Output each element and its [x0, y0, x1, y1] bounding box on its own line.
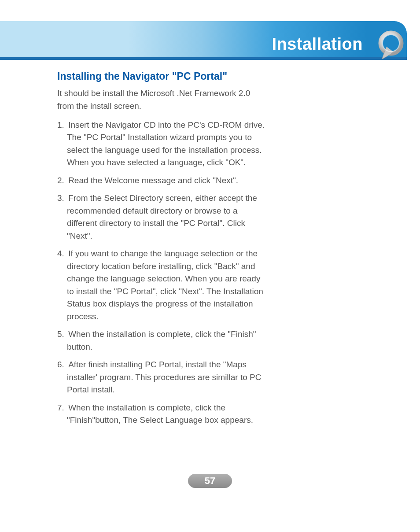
step-item: 4. If you want to change the language se… [57, 248, 269, 323]
step-item: 7. When the installation is complete, cl… [57, 402, 269, 427]
intro-text: It should be install the Microsoft .Net … [57, 87, 269, 113]
step-text: When the installation is complete, click… [67, 329, 256, 351]
step-item: 3. From the Select Directory screen, eit… [57, 192, 269, 242]
step-item: 2. Read the Welcome message and click "N… [57, 174, 269, 187]
step-item: 5. When the installation is complete, cl… [57, 328, 269, 353]
step-text: Read the Welcome message and click "Next… [68, 176, 238, 185]
step-text: Insert the Navigator CD into the PC's CD… [67, 120, 265, 167]
step-text: From the Select Directory screen, either… [67, 193, 257, 240]
step-text: After finish installing PC Portal, insta… [67, 360, 262, 394]
chapter-title: Installation [272, 35, 363, 54]
step-item: 6. After finish installing PC Portal, in… [57, 358, 269, 396]
power-icon [375, 30, 407, 62]
section-heading: Installing the Navigator "PC Portal" [57, 70, 269, 82]
svg-point-1 [383, 35, 399, 52]
page-number: 57 [205, 475, 215, 487]
header-band: Installation [0, 21, 407, 60]
step-item: 1. Insert the Navigator CD into the PC's… [57, 119, 269, 169]
step-text: If you want to change the language selec… [67, 249, 263, 321]
step-text: When the installation is complete, click… [67, 403, 253, 425]
header-gradient: Installation [0, 21, 367, 60]
page-number-badge: 57 [188, 474, 232, 488]
content-area: Installing the Navigator "PC Portal" It … [57, 70, 269, 432]
